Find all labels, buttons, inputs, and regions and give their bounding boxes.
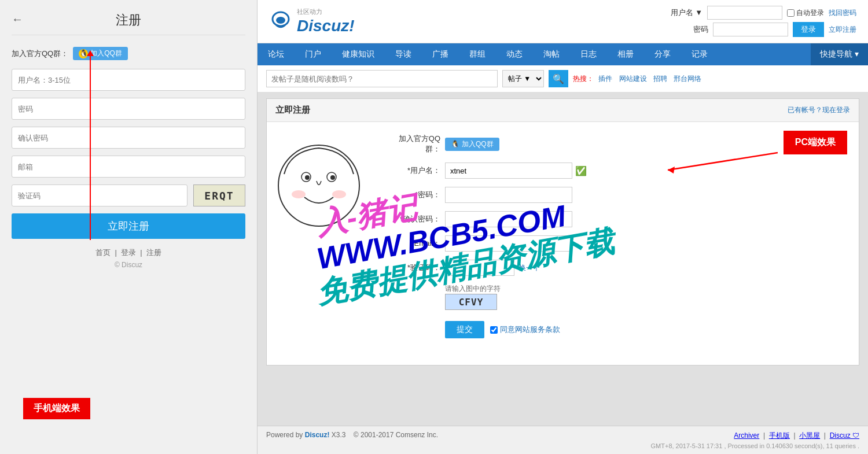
pc-username-label: *用户名： <box>388 165 440 176</box>
password-label: 密码 <box>693 24 708 35</box>
password-row: 密码 登录 立即注册 <box>693 22 856 37</box>
pc-captcha-hint-row: 请输入图中的字符 CFVY <box>388 284 841 310</box>
mobile-login-link[interactable]: 登录 <box>121 248 136 257</box>
header-username-input[interactable] <box>707 6 782 20</box>
svg-marker-11 <box>668 167 675 174</box>
site-logo-icon <box>269 10 292 33</box>
find-pwd-link[interactable]: 找回密码 <box>829 8 856 18</box>
register-panel-header: 立即注册 已有帐号？现在登录 <box>267 99 859 122</box>
mobile-register-btn[interactable]: 立即注册 <box>12 213 245 239</box>
already-account-link[interactable]: 已有帐号？现在登录 <box>788 105 850 115</box>
svg-line-10 <box>668 153 778 170</box>
mobile-username-input[interactable] <box>12 69 245 91</box>
pc-email-input[interactable] <box>445 235 572 252</box>
nav-item-forum[interactable]: 论坛 <box>258 43 295 65</box>
mobile-footer-links: 首页 | 登录 | 注册 <box>12 248 245 258</box>
pc-captcha-input[interactable] <box>445 260 514 276</box>
nav-item-diary[interactable]: 日志 <box>570 43 607 65</box>
face-illustration <box>273 139 365 232</box>
footer-meta: GMT+8, 2017-5-31 17:31 , Processed in 0.… <box>266 442 859 449</box>
footer-link-discuz[interactable]: Discuz 🛡 <box>830 431 859 440</box>
mobile-password-input[interactable] <box>12 98 245 120</box>
login-button[interactable]: 登录 <box>793 22 824 37</box>
refresh-captcha-link[interactable]: 换一个 <box>519 263 540 273</box>
mobile-captcha-image: ERQT <box>193 184 245 206</box>
footer-link-archiver[interactable]: Archiver <box>734 431 759 440</box>
header-password-input[interactable] <box>713 23 788 36</box>
mobile-register-link[interactable]: 注册 <box>146 248 161 257</box>
username-label: 用户名 ▼ <box>671 8 703 18</box>
captcha-hint-text: 请输入图中的字符 <box>445 284 501 294</box>
auto-login-checkbox[interactable] <box>787 9 795 17</box>
pc-password-input[interactable] <box>445 187 572 203</box>
nav-item-portal[interactable]: 门户 <box>295 43 332 65</box>
nav-item-health[interactable]: 健康知识 <box>332 43 385 65</box>
pc-qq-icon: 🐧 <box>451 140 459 148</box>
hot-item-plugins[interactable]: 插件 <box>598 75 612 83</box>
svg-point-8 <box>292 190 306 198</box>
footer-version: X3.3 <box>332 431 346 439</box>
auto-login-label: 自动登录 <box>787 8 824 18</box>
main-content: 立即注册 已有帐号？现在登录 <box>258 93 868 426</box>
mobile-captcha-row: ERQT <box>12 184 245 206</box>
search-button[interactable]: 🔍 <box>549 70 568 87</box>
hot-item-jobs[interactable]: 招聘 <box>653 75 667 83</box>
nav-item-album[interactable]: 相册 <box>607 43 644 65</box>
agree-checkbox[interactable] <box>490 326 498 334</box>
site-header: 社区动力 Discuz! 用户名 ▼ 自动登录 找回密码 密码 登录 立即注册 <box>258 0 868 43</box>
register-panel: 立即注册 已有帐号？现在登录 <box>266 98 859 366</box>
mobile-email-input[interactable] <box>12 156 245 178</box>
pc-email-label: *Email： <box>388 238 440 249</box>
hot-item-xingtai[interactable]: 邢台网络 <box>674 75 701 83</box>
footer-top: Powered by Discuz! X3.3 © 2001-2017 Coms… <box>266 431 859 441</box>
footer-links: Archiver | 手机版 | 小黑屋 | Discuz 🛡 <box>734 431 859 441</box>
pc-label-area: PC端效果 <box>784 131 847 154</box>
pc-panel: 社区动力 Discuz! 用户名 ▼ 自动登录 找回密码 密码 登录 立即注册 <box>258 0 868 454</box>
pc-qq-btn[interactable]: 🐧 加入QQ群 <box>445 138 499 151</box>
mobile-qq-label: 加入官方QQ群： <box>12 49 68 59</box>
hot-search-label: 热搜： <box>573 75 594 83</box>
quick-nav-btn[interactable]: 快捷导航 ▾ <box>811 43 868 65</box>
mobile-confirm-input[interactable] <box>12 127 245 149</box>
hot-item-website[interactable]: 网站建设 <box>619 75 647 83</box>
header-login-area: 用户名 ▼ 自动登录 找回密码 密码 登录 立即注册 <box>671 6 856 37</box>
pc-confirm-label: *确认密码： <box>388 214 440 224</box>
search-type-select[interactable]: 帖子 ▼ <box>502 70 544 87</box>
mobile-panel: ← 注册 加入官方QQ群： 🐧 加入QQ群 ERQT 立即注册 首页 | 登录 … <box>0 0 258 454</box>
pc-submit-btn[interactable]: 提交 <box>445 321 484 338</box>
nav-item-guide[interactable]: 导读 <box>385 43 422 65</box>
nav-item-record[interactable]: 记录 <box>681 43 718 65</box>
nav-item-broadcast[interactable]: 广播 <box>422 43 459 65</box>
pc-password-label: *密码： <box>388 190 440 200</box>
site-footer: Powered by Discuz! X3.3 © 2001-2017 Coms… <box>258 426 868 454</box>
pc-confirm-input[interactable] <box>445 211 572 227</box>
footer-link-mobile[interactable]: 手机版 <box>769 431 790 440</box>
pc-username-input[interactable] <box>445 163 572 179</box>
mobile-label: 手机端效果 <box>23 398 90 419</box>
search-input[interactable] <box>266 70 498 87</box>
pc-email-row: *Email： <box>388 235 841 252</box>
mobile-copyright: © Discuz <box>12 261 245 269</box>
header-register-link[interactable]: 立即注册 <box>829 25 856 35</box>
nav-item-taobao[interactable]: 淘帖 <box>533 43 570 65</box>
mobile-title: 注册 <box>116 13 141 27</box>
search-bar: 帖子 ▼ 🔍 热搜： 插件 网站建设 招聘 邢台网络 <box>258 65 868 93</box>
pc-arrow-svg <box>650 141 778 176</box>
svg-point-7 <box>330 175 335 180</box>
logo-area: 社区动力 Discuz! <box>269 8 355 35</box>
back-arrow-icon[interactable]: ← <box>12 13 23 26</box>
pc-label: PC端效果 <box>784 131 847 154</box>
mobile-qq-btn[interactable]: 🐧 加入QQ群 <box>73 47 128 60</box>
pc-captcha-image: CFVY <box>445 294 497 310</box>
nav-item-group[interactable]: 群组 <box>459 43 496 65</box>
nav-item-share[interactable]: 分享 <box>644 43 681 65</box>
mobile-captcha-input[interactable] <box>12 184 187 206</box>
nav-item-dynamic[interactable]: 动态 <box>496 43 533 65</box>
mobile-home-link[interactable]: 首页 <box>95 248 111 257</box>
hot-search-area: 热搜： 插件 网站建设 招聘 邢台网络 <box>573 74 706 84</box>
agree-label: 同意网站服务条款 <box>490 324 560 335</box>
pc-confirm-row: *确认密码： <box>388 211 841 227</box>
site-name-label: 社区动力 <box>297 8 355 16</box>
footer-link-blackhouse[interactable]: 小黑屋 <box>799 431 820 440</box>
agree-link[interactable]: 同意网站服务条款 <box>500 324 560 335</box>
